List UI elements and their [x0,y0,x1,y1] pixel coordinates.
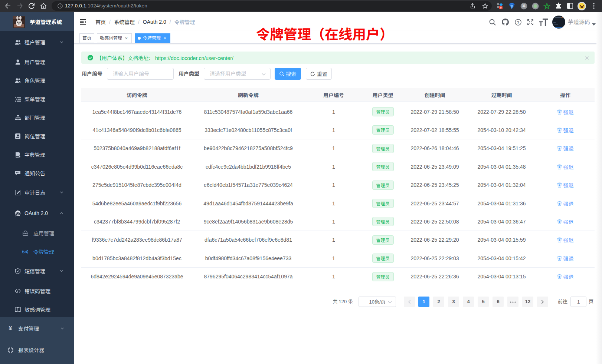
svg-text:9: 9 [500,6,501,9]
svg-text:A: A [24,251,26,253]
svg-text:⌘: ⌘ [522,4,526,8]
svg-text:?: ? [517,20,519,24]
